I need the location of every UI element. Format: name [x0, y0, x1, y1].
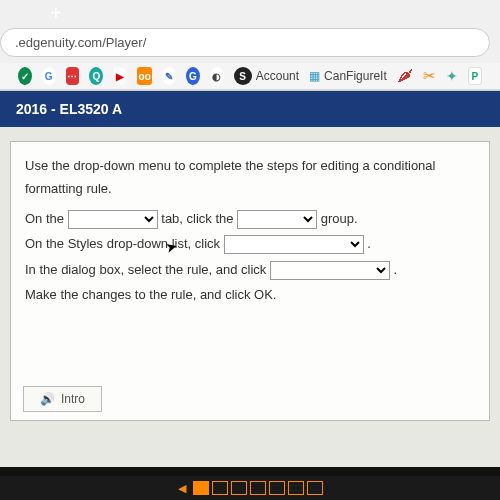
bookmark-icon-4[interactable]: Q — [89, 67, 103, 85]
course-header: 2016 - EL3520 A — [0, 91, 500, 127]
browser-chrome: .edgenuity.com/Player/ ✓ G ⋯ Q ▶ oo ✎ G … — [0, 0, 500, 91]
line3-text-a: In the dialog box, select the rule, and … — [25, 262, 270, 277]
lesson-line-4: Make the changes to the rule, and click … — [25, 283, 475, 306]
line1-text-c: group. — [321, 211, 358, 226]
lesson-line-1: On the tab, click the group. — [25, 207, 475, 230]
dropdown-group[interactable] — [237, 210, 317, 229]
lesson-line-3: In the dialog box, select the rule, and … — [25, 258, 475, 281]
nav-box-1[interactable] — [193, 481, 209, 495]
intro-button-label: Intro — [61, 392, 85, 406]
dropdown-click[interactable] — [270, 261, 390, 280]
line1-text-b: tab, click the — [161, 211, 237, 226]
lesson-card: Use the drop-down menu to complete the s… — [10, 141, 490, 421]
dropdown-tab[interactable] — [68, 210, 158, 229]
nav-box-4[interactable] — [250, 481, 266, 495]
bookmark-icon-youtube[interactable]: ▶ — [113, 67, 127, 85]
line2-text-b: . — [367, 236, 371, 251]
bookmark-icon-9[interactable]: ◐ — [210, 67, 224, 85]
canfigureit-label: CanFigureIt — [324, 69, 387, 83]
bookmark-account[interactable]: S Account — [234, 67, 299, 85]
lesson-line-2: On the Styles drop-down list, click . — [25, 232, 475, 255]
bookmark-icon-1[interactable]: ✓ — [18, 67, 32, 85]
nav-box-6[interactable] — [288, 481, 304, 495]
puzzle-icon[interactable]: ✦ — [446, 68, 458, 84]
bookmark-icon-7[interactable]: ✎ — [162, 67, 176, 85]
chili-icon[interactable]: 🌶 — [397, 67, 413, 85]
dropdown-styles[interactable] — [224, 235, 364, 254]
bookmark-icon-3[interactable]: ⋯ — [66, 67, 80, 85]
speaker-icon: 🔊 — [40, 392, 55, 406]
canfigureit-icon: ▦ — [309, 69, 320, 83]
bookmarks-bar: ✓ G ⋯ Q ▶ oo ✎ G ◐ S Account ▦ CanFigure… — [0, 63, 500, 90]
account-icon: S — [234, 67, 252, 85]
bookmark-icon-6[interactable]: oo — [137, 67, 152, 85]
line3-text-b: . — [394, 262, 398, 277]
scissors-icon[interactable]: ✂ — [423, 67, 436, 85]
account-label: Account — [256, 69, 299, 83]
line1-text-a: On the — [25, 211, 68, 226]
nav-box-7[interactable] — [307, 481, 323, 495]
url-bar[interactable]: .edgenuity.com/Player/ — [0, 28, 490, 57]
nav-box-2[interactable] — [212, 481, 228, 495]
content-area: Use the drop-down menu to complete the s… — [0, 127, 500, 467]
nav-arrow-left[interactable]: ◀ — [178, 482, 186, 495]
bookmark-p[interactable]: P — [468, 67, 482, 85]
bottom-nav-bar: ◀ — [0, 476, 500, 500]
bookmark-icon-8[interactable]: G — [186, 67, 200, 85]
nav-box-5[interactable] — [269, 481, 285, 495]
phone-notch-plus: + — [50, 2, 62, 25]
instruction-text: Use the drop-down menu to complete the s… — [25, 154, 475, 201]
intro-button[interactable]: 🔊 Intro — [23, 386, 102, 412]
bookmark-canfigureit[interactable]: ▦ CanFigureIt — [309, 69, 387, 83]
line2-text-a: On the Styles drop-down list, click — [25, 236, 224, 251]
nav-box-3[interactable] — [231, 481, 247, 495]
bookmark-icon-google[interactable]: G — [42, 67, 56, 85]
